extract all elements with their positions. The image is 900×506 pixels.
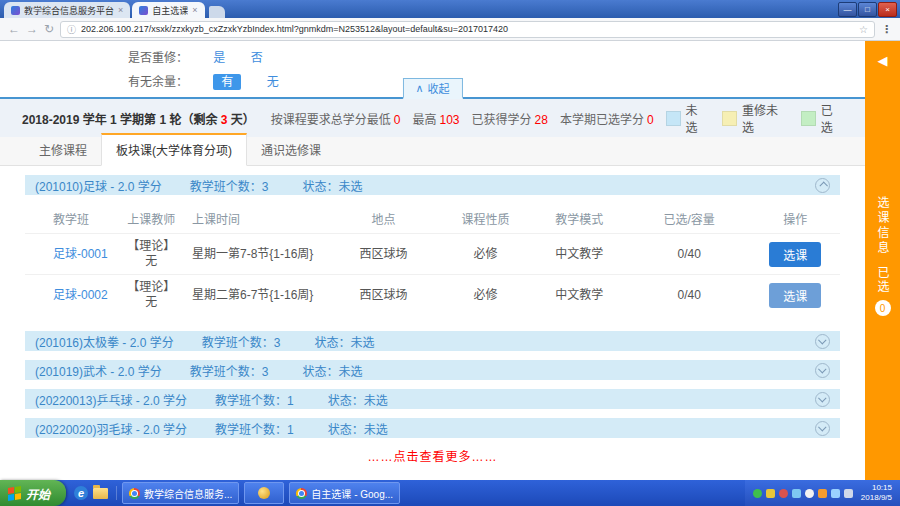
course-section-header-taiji[interactable]: (201016)太极拳 - 2.0 学分 教学班个数：3 状态：未选 bbox=[25, 331, 840, 351]
term-info-bar: 2018-2019 学年 1 学期第 1 轮（剩余 3 天） 按课程要求总学分最… bbox=[0, 99, 865, 137]
start-button[interactable]: 开始 bbox=[0, 480, 66, 506]
browser-tab-strip: 教学综合信息服务平台 × 自主选课 × bbox=[0, 2, 838, 18]
bookmark-star-icon[interactable]: ☆ bbox=[859, 24, 868, 35]
url-text[interactable]: 202.206.100.217/xsxk/zzxkyzb_cxZzxkYzbIn… bbox=[81, 24, 854, 34]
filter-row-capacity: 有无余量： 有 无 bbox=[128, 72, 279, 89]
tray-icon-yellow[interactable] bbox=[766, 489, 775, 498]
select-course-button[interactable]: 选课 bbox=[769, 283, 821, 308]
page-info-icon[interactable]: ⓘ bbox=[67, 23, 76, 36]
course-section-header-pingpong[interactable]: (20220013)乒乓球 - 2.0 学分 教学班个数：1 状态：未选 bbox=[25, 389, 840, 409]
filter-label: 有无余量： bbox=[128, 75, 188, 89]
address-bar[interactable]: ⓘ 202.206.100.217/xsxk/zzxkyzb_cxZzxkYzb… bbox=[60, 21, 875, 38]
mode-cell: 中文教学 bbox=[530, 234, 628, 275]
browser-tab-course-select[interactable]: 自主选课 × bbox=[132, 2, 204, 18]
forward-button[interactable]: → bbox=[26, 23, 38, 35]
tab-title: 自主选课 bbox=[152, 4, 188, 17]
chevron-down-icon[interactable] bbox=[815, 392, 830, 407]
section-status: 状态：未选 bbox=[328, 420, 388, 437]
tray-icon-red[interactable] bbox=[779, 489, 788, 498]
section-title: (201010)足球 - 2.0 学分 bbox=[35, 177, 162, 194]
status-legend: 未选 重修未选 已选 bbox=[666, 101, 843, 135]
screen: 教学综合信息服务平台 × 自主选课 × — □ × ← → ↻ ⓘ 202.20… bbox=[0, 0, 900, 506]
main-content: 是否重修： 是 否 有无余量： 有 无 ∧ 收起 2018-2019 学年 1 … bbox=[0, 41, 865, 480]
volume-icon[interactable] bbox=[831, 489, 840, 498]
taskbar-item-portal[interactable]: 教学综合信息服务... bbox=[122, 482, 239, 504]
section-status: 状态：未选 bbox=[314, 333, 374, 350]
section-class-count: 教学班个数：3 bbox=[190, 362, 269, 379]
course-section-header-wushu[interactable]: (201019)武术 - 2.0 学分 教学班个数：3 状态：未选 bbox=[25, 360, 840, 380]
filter-option-has-capacity[interactable]: 有 bbox=[213, 74, 241, 90]
course-section-header-football[interactable]: (201010)足球 - 2.0 学分 教学班个数：3 状态：未选 bbox=[25, 175, 840, 195]
term-text: 2018-2019 学年 1 学期第 1 轮（剩余 3 天） bbox=[22, 110, 255, 127]
network-icon[interactable] bbox=[844, 489, 853, 498]
col-teacher: 上课教师 bbox=[115, 204, 188, 234]
folder-icon[interactable] bbox=[93, 488, 108, 499]
section-class-count: 教学班个数：3 bbox=[202, 333, 281, 350]
class-row-0001: 足球-0001 【理论】无 星期一第7-8节{1-16周} 西区球场 必修 中文… bbox=[25, 234, 840, 275]
taskbar-item-course-select[interactable]: 自主选课 - Goog... bbox=[289, 482, 400, 504]
tab-close-icon[interactable]: × bbox=[192, 5, 197, 15]
class-table: 教学班 上课教师 上课时间 地点 课程性质 教学模式 已选/容量 操作 足球-0 bbox=[25, 204, 840, 315]
filter-panel: 是否重修： 是 否 有无余量： 有 无 ∧ 收起 bbox=[0, 41, 865, 99]
window-maximize-button[interactable]: □ bbox=[858, 2, 877, 17]
chevron-down-icon[interactable] bbox=[815, 421, 830, 436]
teacher-cell: 【理论】无 bbox=[115, 234, 188, 275]
reload-button[interactable]: ↻ bbox=[44, 23, 54, 35]
select-course-button[interactable]: 选课 bbox=[769, 242, 821, 267]
section-class-count: 教学班个数：1 bbox=[215, 420, 294, 437]
chevron-up-icon: ∧ bbox=[415, 82, 423, 95]
taskbar-clock[interactable]: 10:15 2018/9/5 bbox=[861, 483, 892, 504]
tray-icon-white[interactable] bbox=[805, 489, 814, 498]
window-close-button[interactable]: × bbox=[878, 2, 897, 17]
app-icon bbox=[258, 487, 270, 499]
nature-cell: 必修 bbox=[441, 234, 531, 275]
back-button[interactable]: ← bbox=[8, 23, 20, 35]
system-tray: 10:15 2018/9/5 bbox=[745, 480, 900, 506]
filter-option-yes[interactable]: 是 bbox=[213, 51, 225, 65]
credit-min: 按课程要求总学分最低0 bbox=[271, 110, 401, 127]
tab-close-icon[interactable]: × bbox=[118, 5, 123, 15]
teacher-cell: 【理论】无 bbox=[115, 275, 188, 316]
credit-max: 最高103 bbox=[412, 110, 459, 127]
credit-selected: 本学期已选学分0 bbox=[560, 110, 654, 127]
browser-menu-icon[interactable]: ⋮ bbox=[881, 23, 892, 36]
legend-swatch bbox=[722, 111, 737, 126]
tray-icon-orange[interactable] bbox=[818, 489, 827, 498]
chevron-down-icon[interactable] bbox=[815, 334, 830, 349]
section-status: 状态：未选 bbox=[302, 177, 362, 194]
collapse-panel-arrow-icon[interactable]: ◀ bbox=[878, 53, 888, 68]
section-class-count: 教学班个数：1 bbox=[215, 391, 294, 408]
tab-general-electives[interactable]: 通识选修课 bbox=[247, 135, 335, 165]
tab-major-courses[interactable]: 主修课程 bbox=[25, 135, 101, 165]
tray-icon-green[interactable] bbox=[753, 489, 762, 498]
collapse-filters-button[interactable]: ∧ 收起 bbox=[402, 78, 462, 99]
capacity-cell: 0/40 bbox=[628, 275, 750, 316]
section-title: (20220013)乒乓球 - 2.0 学分 bbox=[35, 391, 187, 408]
section-title: (20220020)羽毛球 - 2.0 学分 bbox=[35, 420, 187, 437]
load-more-link[interactable]: ……点击查看更多…… bbox=[25, 447, 840, 464]
course-section-header-badminton[interactable]: (20220020)羽毛球 - 2.0 学分 教学班个数：1 状态：未选 bbox=[25, 418, 840, 438]
chrome-icon bbox=[296, 488, 307, 499]
class-name-link[interactable]: 足球-0002 bbox=[53, 288, 108, 302]
internet-explorer-icon[interactable]: e bbox=[74, 486, 88, 500]
filter-row-retake: 是否重修： 是 否 bbox=[128, 48, 263, 65]
class-table-header-row: 教学班 上课教师 上课时间 地点 课程性质 教学模式 已选/容量 操作 bbox=[25, 204, 840, 234]
place-cell: 西区球场 bbox=[327, 234, 441, 275]
filter-option-no[interactable]: 否 bbox=[251, 51, 263, 65]
selected-count-badge: 0 bbox=[875, 300, 891, 316]
side-panel-selected-label[interactable]: 已选 bbox=[874, 266, 891, 294]
tray-icon-lightblue[interactable] bbox=[792, 489, 801, 498]
filter-option-no-capacity[interactable]: 无 bbox=[267, 75, 279, 89]
legend-swatch bbox=[801, 111, 816, 126]
chevron-down-icon[interactable] bbox=[815, 363, 830, 378]
chevron-up-icon[interactable] bbox=[815, 178, 830, 193]
side-panel: ◀ 选课信息 已选 0 bbox=[865, 41, 900, 480]
browser-tab-portal[interactable]: 教学综合信息服务平台 × bbox=[4, 2, 130, 18]
new-tab-button[interactable] bbox=[209, 6, 225, 18]
class-row-0002: 足球-0002 【理论】无 星期二第6-7节{1-16周} 西区球场 必修 中文… bbox=[25, 275, 840, 316]
taskbar-item-app[interactable] bbox=[244, 482, 284, 504]
tab-block-courses-pe[interactable]: 板块课(大学体育分项) bbox=[101, 133, 247, 166]
col-capacity: 已选/容量 bbox=[628, 204, 750, 234]
window-minimize-button[interactable]: — bbox=[838, 2, 857, 17]
class-name-link[interactable]: 足球-0001 bbox=[53, 247, 108, 261]
